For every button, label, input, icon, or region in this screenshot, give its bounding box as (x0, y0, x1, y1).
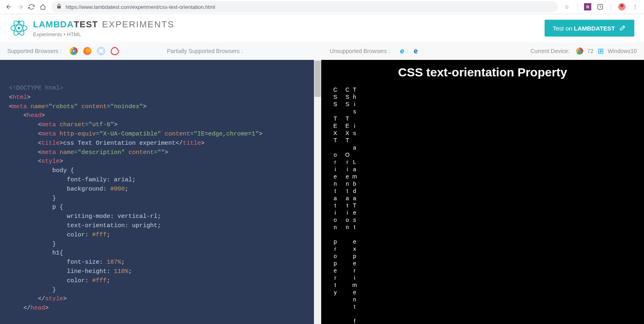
supported-label: Supported Browsers : (7, 48, 62, 54)
unsupported-group: Unsupported Browsers : e e (330, 47, 420, 55)
preview-paragraph-1: CSS TEXT orientation property (332, 86, 339, 324)
safari-icon (97, 47, 105, 55)
split-panes: <!DOCTYPE html> <html> <meta name="robot… (0, 60, 644, 324)
svg-point-5 (18, 21, 20, 23)
current-device-group: Current Device: 72 ⊞ Windows10 (530, 47, 637, 55)
profile-avatar[interactable] (617, 2, 626, 11)
kebab-menu-icon[interactable]: ⋮ (631, 3, 639, 11)
opera-icon (111, 47, 119, 55)
preview-pane: CSS text-orientation Property CSS TEXT o… (321, 60, 644, 324)
svg-point-4 (18, 27, 20, 29)
supported-group: Supported Browsers : (7, 47, 119, 55)
brand-rest: TEST (74, 19, 98, 29)
brand-strong: LAMBDA (33, 19, 74, 29)
preview-heading: CSS text-orientation Property (332, 66, 634, 79)
browser-right-icons: ☆ N ⋮ (561, 2, 641, 11)
browser-support-strip: Supported Browsers : Partially Supported… (0, 42, 644, 60)
url-text: https://www.lambdatest.com/experiment/cs… (66, 4, 215, 10)
firefox-icon (83, 47, 91, 55)
scrollbar-thumb[interactable] (314, 61, 321, 97)
onenote-icon[interactable]: N (584, 3, 591, 10)
chrome-icon (576, 47, 583, 55)
code-editor[interactable]: <!DOCTYPE html> <html> <meta name="robot… (0, 60, 314, 324)
extension-shield-icon[interactable] (596, 3, 604, 11)
star-icon[interactable]: ☆ (563, 3, 571, 11)
rocket-icon (619, 25, 626, 32)
chrome-version: 72 (587, 48, 594, 54)
partial-group: Partially Supported Browsers : (167, 48, 245, 54)
partial-label: Partially Supported Browsers : (167, 48, 243, 54)
ie-icon: e (398, 47, 406, 55)
home-button[interactable] (37, 1, 48, 12)
test-btn-strong: LAMBDATEST (574, 25, 615, 32)
test-on-lambdatest-button[interactable]: Test on LAMBDATEST (545, 20, 634, 37)
back-button[interactable] (3, 1, 14, 12)
page-header: LAMBDATEST EXPERIMENTS Experiments • HTM… (0, 14, 644, 42)
code-scrollbar[interactable] (314, 60, 321, 324)
edge-icon: e (412, 47, 420, 55)
lambdatest-logo-icon (10, 19, 28, 37)
reload-button[interactable] (26, 1, 37, 12)
device-label: Current Device: (530, 48, 570, 54)
lock-icon (56, 4, 62, 10)
code-content: <!DOCTYPE html> <html> <meta name="robot… (0, 60, 314, 317)
breadcrumb: Experiments • HTML (33, 31, 174, 37)
brand-experiments: EXPERIMENTS (102, 19, 175, 30)
address-bar[interactable]: https://www.lambdatest.com/experiment/cs… (52, 1, 558, 12)
windows-icon: ⊞ (598, 47, 604, 55)
os-label: Windows10 (608, 48, 637, 54)
browser-chrome: https://www.lambdatest.com/experiment/cs… (0, 0, 644, 14)
forward-button[interactable] (14, 1, 26, 12)
brand-block: LAMBDATEST EXPERIMENTS Experiments • HTM… (33, 19, 174, 37)
test-btn-pre: Test on (553, 25, 574, 32)
unsupported-label: Unsupported Browsers : (330, 48, 390, 54)
preview-paragraph-2: This is a LambdaTest experiment for test… (344, 86, 358, 324)
chrome-icon (70, 47, 78, 55)
